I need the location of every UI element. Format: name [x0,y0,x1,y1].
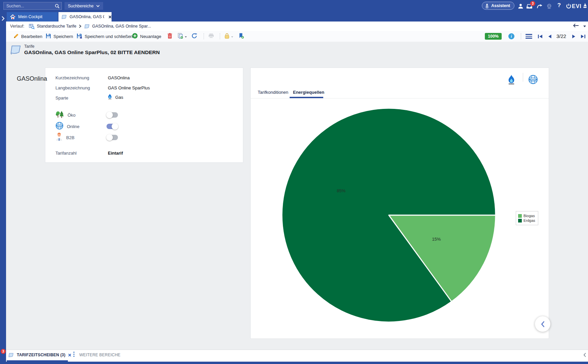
breadcrumb-item-record[interactable]: GASOnlina, GAS Online Spar... [92,24,151,29]
menu-icon[interactable] [526,34,532,40]
close-icon[interactable] [68,354,71,357]
search-table-icon [29,24,35,29]
global-search[interactable] [3,2,62,10]
inbox-icon[interactable]: 3 [525,3,533,9]
lock-button[interactable] [224,31,234,42]
new-button[interactable]: Neuanlage [132,31,161,42]
svg-text:WWW: WWW [530,78,536,80]
power-icon[interactable] [564,3,573,9]
assistant-button[interactable]: Assistent [482,2,514,10]
caret-down-icon [184,34,187,39]
refresh-button[interactable] [192,31,197,42]
search-scope-button[interactable]: Suchbereiche [65,2,103,10]
toolbar: Bearbeiten Speichern Speichern und schli… [6,31,588,42]
brand-text: EVI [572,3,582,9]
refresh-icon [192,33,197,40]
tab-record-active[interactable]: GASOnlina, GAS Onli... [58,12,112,22]
pagination-display: 3/22 [556,33,566,39]
record-type-label: Tarife [24,44,35,49]
www-globe-icon: WWW [55,122,64,131]
oeko-row: Öko [55,110,156,120]
info-icon[interactable]: i [508,33,514,39]
collapse-panel-button[interactable] [535,316,550,332]
tab-tarifkonditionen[interactable]: Tarifkonditionen [258,90,288,95]
search-icon[interactable] [55,4,59,8]
vertical-dots-icon [73,352,75,358]
legend-item-biogas[interactable]: Biogas [518,214,535,218]
page-title: GASOnlina, GAS Online SparPlus, 02 BITTE… [24,49,160,55]
tab-mein-cockpit[interactable]: Mein Cockpit [7,12,58,22]
bookmark-add-button[interactable] [239,31,244,42]
field-label: Sparte [55,95,68,100]
oeko-toggle[interactable] [107,112,118,118]
tab-label: GASOnlina, GAS Onli... [70,14,104,19]
document-icon [84,24,90,29]
save-close-button[interactable]: Speichern und schließen [77,31,133,42]
search-input[interactable] [6,3,55,9]
online-row: WWW Online [55,122,156,131]
field-label: Tarifanzahl [55,151,77,156]
breadcrumb: Verlauf: Standardsuche Tarife GASOnlina,… [6,22,588,31]
copy-document-icon [177,33,183,40]
legend-label: Biogas [523,214,535,218]
langbezeichnung-value[interactable]: GAS Online SparPlus [108,85,150,90]
expand-nav-icon[interactable] [1,16,5,22]
lighthouse-icon [485,3,489,8]
header-divider [523,73,523,82]
first-page-icon[interactable] [538,34,543,40]
field-label: Kurzbezeichnung [55,75,89,80]
weitere-bereiche[interactable]: WEITERE BEREICHE [73,352,121,358]
legend-item-erdgas[interactable]: Erdgas [518,218,535,223]
kurzbezeichnung-value[interactable]: GASOnlina [108,75,130,80]
sparte-text: Gas [115,95,123,100]
prev-page-icon[interactable] [548,34,552,40]
next-page-icon[interactable] [572,34,576,40]
copy-record-button[interactable] [177,31,187,42]
back-arrow-icon[interactable] [573,23,579,29]
edit-label: Bearbeiten [21,34,42,39]
pie-svg: 15%85% [250,98,549,339]
close-icon[interactable] [109,15,112,18]
tab-tarifzeitscheiben[interactable]: TARIFZEITSCHEIBEN (3) [8,350,71,360]
legend-swatch [518,214,522,218]
tab-label: TARIFZEITSCHEIBEN (3) [17,353,66,357]
field-label: Langbezeichnung [55,85,90,90]
toggle-label: Öko [68,113,103,118]
bottom-panel-badge: 3 [1,349,6,354]
breadcrumb-prefix: Verlauf: [10,24,24,29]
user-icon[interactable] [516,3,524,9]
panel-title: GASOnlina [17,75,47,82]
bottom-collapse-icon[interactable] [583,353,586,359]
www-globe-icon: WWW [528,75,538,86]
redo-icon[interactable] [536,3,544,9]
b2b-toggle[interactable] [107,135,118,140]
save-button[interactable]: Speichern [46,31,73,42]
save-label: Speichern [53,34,73,39]
gas-flame-icon [507,74,516,86]
printer-icon [208,33,214,39]
breadcrumb-item-search[interactable]: Standardsuche Tarife [37,24,76,29]
breadcrumb-actions [573,23,586,29]
tab-energiequellen[interactable]: Energiequellen [293,90,324,95]
toolbar-separator [204,33,204,39]
chevron-right-icon [79,25,81,28]
floppy-icon [46,33,51,40]
history-caret-icon[interactable] [583,23,586,29]
business-person-icon [55,133,63,142]
delete-button[interactable] [167,31,172,42]
top-bar: Suchbereiche Assistent 3 ? [0,0,588,12]
inbox-badge: 3 [530,1,535,6]
edit-button[interactable]: Bearbeiten [13,31,42,42]
save-close-label: Speichern und schließen [85,34,133,39]
pie-datalabel-erdgas: 85% [337,188,345,193]
help-button[interactable]: ? [555,2,563,9]
zoom-level-badge[interactable]: 100% [485,33,502,40]
legend-swatch [518,219,522,223]
application-window: Suchbereiche Assistent 3 ? [0,0,588,364]
sparte-value[interactable]: Gas [107,93,123,101]
sailboat-icon [583,3,587,10]
last-page-icon[interactable] [581,34,586,40]
online-toggle[interactable] [107,124,118,129]
tarifanzahl-value[interactable]: Eintarif [108,151,123,156]
toolbar-separator [220,33,220,39]
